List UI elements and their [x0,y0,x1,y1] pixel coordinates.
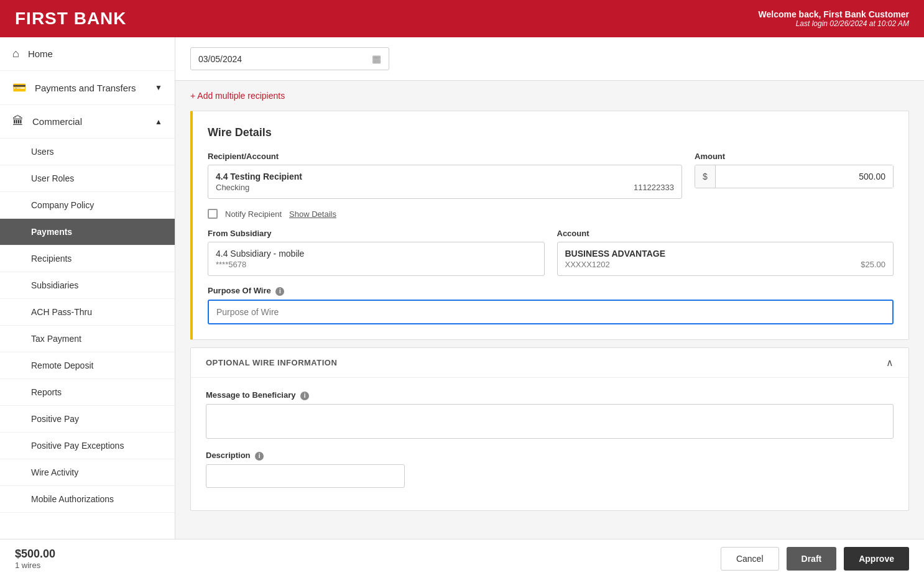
footer-total: $500.00 1 wires [15,548,55,570]
dollar-sign: $ [695,165,716,188]
description-input[interactable] [206,464,405,488]
amount-field: $ [695,165,894,188]
sidebar-item-user-roles[interactable]: User Roles [0,165,175,192]
sidebar-item-mobile-authorizations[interactable]: Mobile Authorizations [0,486,175,513]
amount-input[interactable] [716,165,893,188]
sidebar-item-label: Commercial [32,116,82,127]
sidebar-item-home[interactable]: ⌂ Home [0,37,175,71]
recipient-amount-row: Recipient/Account 4.4 Testing Recipient … [208,152,894,199]
approve-button[interactable]: Approve [844,547,909,571]
show-details-link[interactable]: Show Details [289,209,336,219]
purpose-group: Purpose Of Wire i [208,286,894,324]
description-info-icon[interactable]: i [255,452,264,461]
amount-group: Amount $ [695,152,894,199]
account-details: XXXXX1202 $25.00 [565,260,886,269]
app-header: FIRST BANK Welcome back, First Bank Cust… [0,0,924,37]
sidebar-item-subsidiaries[interactable]: Subsidiaries [0,272,175,299]
sidebar-item-payments[interactable]: Payments [0,219,175,245]
footer-amount: $500.00 [15,548,55,561]
message-label: Message to Beneficiary i [206,390,894,400]
footer-count: 1 wires [15,561,55,570]
date-field[interactable]: 03/05/2024 ▦ [190,47,389,70]
footer-actions: Cancel Draft Approve [721,547,909,571]
amount-label: Amount [695,152,894,161]
message-group: Message to Beneficiary i [206,390,894,441]
sidebar-item-positive-pay-exceptions[interactable]: Positive Pay Exceptions [0,433,175,459]
sidebar-item-payments-transfers[interactable]: 💳 Payments and Transfers ▼ [0,71,175,105]
sidebar-item-company-policy[interactable]: Company Policy [0,192,175,219]
optional-body: Message to Beneficiary i Description i [191,378,908,510]
subsidiary-name: 4.4 Subsidiary - mobile [216,249,537,259]
account-name: BUSINESS ADVANTAGE [565,249,886,259]
recipient-details: Checking 111222333 [216,183,674,192]
date-section: 03/05/2024 ▦ [175,37,924,81]
subsidiary-label: From Subsidiary [208,229,545,238]
welcome-name: Welcome back, First Bank Customer [759,9,909,19]
sidebar-item-reports[interactable]: Reports [0,379,175,406]
subsidiary-field[interactable]: 4.4 Subsidiary - mobile ****5678 [208,242,545,276]
header-welcome: Welcome back, First Bank Customer Last l… [759,9,909,28]
sidebar-item-positive-pay[interactable]: Positive Pay [0,406,175,433]
sidebar-item-tax-payment[interactable]: Tax Payment [0,326,175,352]
message-info-icon[interactable]: i [300,392,309,400]
optional-header-label: OPTIONAL WIRE INFORMATION [206,358,337,367]
subsidiary-account-row: From Subsidiary 4.4 Subsidiary - mobile … [208,229,894,276]
chevron-up-icon: ▲ [155,117,162,126]
recipient-field[interactable]: 4.4 Testing Recipient Checking 111222333 [208,165,682,199]
account-balance: $25.00 [861,260,885,269]
app-logo: FIRST BANK [15,9,127,29]
recipient-type: Checking [216,183,249,192]
last-login: Last login 02/26/2024 at 10:02 AM [759,19,909,28]
message-textarea[interactable] [206,404,894,439]
sidebar-item-ach-pass-thru[interactable]: ACH Pass-Thru [0,299,175,326]
sidebar-item-label: Payments and Transfers [35,83,136,93]
calendar-icon[interactable]: ▦ [372,53,381,65]
sidebar-item-wire-activity[interactable]: Wire Activity [0,459,175,486]
recipient-account: 111222333 [634,183,674,192]
purpose-info-icon[interactable]: i [275,287,284,296]
account-group: Account BUSINESS ADVANTAGE XXXXX1202 $25… [557,229,894,276]
main-content: 03/05/2024 ▦ + Add multiple recipients W… [175,37,924,539]
notify-label: Notify Recipient [225,209,282,219]
wire-details-card: Wire Details Recipient/Account 4.4 Testi… [190,111,909,340]
recipient-name: 4.4 Testing Recipient [216,172,674,181]
sidebar-item-commercial[interactable]: 🏛 Commercial ▲ [0,105,175,139]
sidebar-item-users[interactable]: Users [0,139,175,165]
subsidiary-group: From Subsidiary 4.4 Subsidiary - mobile … [208,229,545,276]
account-field[interactable]: BUSINESS ADVANTAGE XXXXX1202 $25.00 [557,242,894,276]
account-label: Account [557,229,894,238]
sidebar-item-recipients[interactable]: Recipients [0,245,175,272]
purpose-label: Purpose Of Wire i [208,286,894,296]
payments-icon: 💳 [12,81,26,94]
optional-section: OPTIONAL WIRE INFORMATION ∧ Message to B… [190,347,909,511]
sidebar: ⌂ Home 💳 Payments and Transfers ▼ 🏛 Comm… [0,37,175,539]
optional-header[interactable]: OPTIONAL WIRE INFORMATION ∧ [191,348,908,378]
notify-row: Notify Recipient Show Details [208,209,894,219]
subsidiary-account: ****5678 [216,260,537,269]
page-footer: $500.00 1 wires Cancel Draft Approve [0,539,924,578]
commercial-icon: 🏛 [12,115,24,128]
chevron-up-icon: ∧ [886,357,894,369]
description-group: Description i [206,451,894,488]
date-value: 03/05/2024 [198,54,242,64]
draft-button[interactable]: Draft [787,547,837,571]
description-label: Description i [206,451,894,461]
recipient-label: Recipient/Account [208,152,682,161]
recipient-group: Recipient/Account 4.4 Testing Recipient … [208,152,682,199]
notify-checkbox[interactable] [208,209,218,219]
wire-details-title: Wire Details [208,126,894,139]
home-icon: ⌂ [12,47,19,60]
cancel-button[interactable]: Cancel [721,547,779,571]
add-recipients-link[interactable]: + Add multiple recipients [175,81,924,111]
sidebar-item-label: Home [28,48,53,59]
sidebar-item-remote-deposit[interactable]: Remote Deposit [0,352,175,379]
purpose-input[interactable] [208,300,894,324]
chevron-down-icon: ▼ [155,83,162,92]
account-number: XXXXX1202 [565,260,610,269]
